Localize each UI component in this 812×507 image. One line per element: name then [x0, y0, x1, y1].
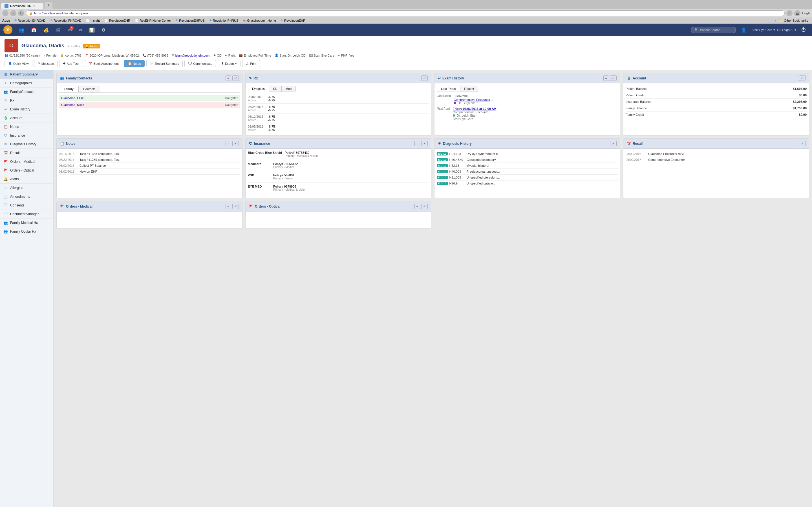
exam-last-next-tab[interactable]: Last / Next	[437, 86, 460, 92]
sidebar-item-family-contacts[interactable]: 👥 Family/Contacts	[0, 88, 53, 96]
user-settings-btn[interactable]: 👤	[738, 25, 749, 34]
export-btn[interactable]: ⬇ Export ▾	[218, 60, 241, 67]
user-account[interactable]: Leigh	[802, 11, 810, 15]
family-member-elise[interactable]: Glaucoma, Elise Daughter	[59, 95, 240, 101]
diagnosis-history-expand-btn[interactable]: ⤢	[610, 141, 617, 146]
refresh-btn[interactable]: ↻	[18, 10, 24, 16]
exam-history-expand-btn[interactable]: ⤢	[610, 75, 617, 81]
new-tab-btn[interactable]: +	[45, 2, 52, 9]
sidebar-item-orders-medical[interactable]: 🚩 Orders - Medical	[0, 158, 53, 166]
bookmark-revolutionehrus[interactable]: 👁 RevolutionEHRUS	[174, 18, 206, 23]
sidebar-item-orders-optical[interactable]: 🚩 Orders - Optical	[0, 166, 53, 175]
sidebar-item-allergies[interactable]: ⚠ Allergies	[0, 184, 53, 192]
last-exam-info-icon[interactable]: ℹ	[492, 98, 493, 101]
next-appt-date[interactable]: Friday 06/03/2016 at 10:00 AM	[453, 107, 497, 110]
rx-med-tab[interactable]: Med	[282, 86, 296, 92]
diag-code-0: H04.123	[449, 152, 465, 156]
patient-search-input[interactable]	[700, 28, 734, 32]
practice-selector[interactable]: Starr Eye Care ▾	[752, 28, 775, 32]
notes-add-btn[interactable]: +	[225, 141, 231, 146]
diag-desc-2: Myopia, bilateral	[467, 164, 489, 167]
bookmark-other[interactable]: 📁 Other Bookmarks	[777, 18, 810, 23]
exam-history-add-btn[interactable]: +	[603, 75, 609, 81]
notes-expand-btn[interactable]: ⤢	[232, 141, 239, 146]
address-bar[interactable]: 🔒 https://sandbox.revolutionehr.com/pms/	[26, 10, 784, 16]
family-contacts-expand-btn[interactable]: ⤢	[232, 75, 239, 81]
sidebar-item-alerts[interactable]: 🔔 Alerts	[0, 175, 53, 184]
messages-nav-btn[interactable]: ✉	[76, 25, 85, 34]
tab-close-btn[interactable]: ✕	[33, 4, 36, 8]
sidebar-item-notes[interactable]: 📋 Notes	[0, 122, 53, 131]
calendar-nav-btn[interactable]: 📅	[28, 25, 40, 34]
bookmark-grasshopper[interactable]: 🦗 Grasshopper - Home	[241, 18, 278, 23]
record-summary-btn[interactable]: 📄 Record Summary	[146, 60, 183, 67]
menu-btn[interactable]: ☰	[794, 10, 801, 16]
sidebar-item-diagnosis-history[interactable]: 👁 Diagnosis History	[0, 140, 53, 149]
active-tab[interactable]: RevolutionEHR ✕	[1, 3, 43, 9]
insurance-expand-btn[interactable]: ⤢	[421, 141, 428, 146]
recall-expand-btn[interactable]: ⤢	[799, 141, 806, 146]
orders-medical-expand-btn[interactable]: ⤢	[232, 204, 239, 209]
bookmark-icon-grasshopper: 🦗	[243, 19, 246, 22]
reports-nav-btn[interactable]: 📊	[86, 25, 98, 34]
bookmark-star-btn[interactable]: ☆	[786, 10, 793, 16]
communicate-btn[interactable]: 💬 Communicate	[185, 60, 216, 67]
note-text-3: New on EHR	[80, 170, 98, 173]
account-expand-btn[interactable]: ⤢	[799, 75, 806, 81]
sidebar-item-patient-summary[interactable]: ▦ Patient Summary	[0, 70, 53, 79]
power-btn[interactable]: ⏻	[799, 25, 809, 34]
more-bookmarks[interactable]: »	[774, 19, 776, 22]
rx-cl-tab[interactable]: CL	[269, 86, 282, 92]
orders-optical-expand-btn[interactable]: ⤢	[421, 204, 428, 209]
family-contacts-add-btn[interactable]: +	[225, 75, 231, 81]
rx-eyeglass-tab[interactable]: Eyeglass	[248, 86, 269, 92]
orders-medical-add-btn[interactable]: +	[225, 204, 231, 209]
orders-optical-add-btn[interactable]: +	[414, 204, 420, 209]
sidebar-item-demographics[interactable]: ℹ Demographics	[0, 79, 53, 88]
add-task-btn[interactable]: ✚ Add Task	[59, 60, 83, 67]
doctor-selector[interactable]: Dr. Leigh S. ▾	[777, 28, 796, 32]
contacts-tab[interactable]: Contacts	[79, 86, 100, 93]
sidebar-item-consents[interactable]: 📄 Consents	[0, 201, 53, 210]
settings-nav-btn[interactable]: ⚙	[99, 25, 108, 34]
apps-label[interactable]: Apps	[2, 19, 10, 22]
bookmark-revolutionphrus[interactable]: 👁 RevolutionPHRUS	[207, 18, 240, 23]
bookmark-revolutionphrcad[interactable]: 👁 RevolutionPHRCAD	[48, 18, 83, 23]
patients-nav-btn[interactable]: 👥	[16, 25, 27, 34]
sidebar-item-documents[interactable]: 📄 Documents/Images	[0, 210, 53, 219]
forward-btn[interactable]: ›	[10, 10, 16, 16]
print-btn[interactable]: 🖨 Print	[242, 60, 260, 67]
cart-nav-btn[interactable]: 🛒	[53, 25, 64, 34]
app-logo[interactable]: 👁	[3, 25, 12, 34]
bookmark-revehr-nerve[interactable]: 📄 RevEHR Nerve Center	[133, 18, 172, 23]
sidebar-item-family-ocular[interactable]: 👥 Family Ocular Hx	[0, 227, 53, 236]
sidebar-item-family-medical[interactable]: 👥 Family Medical Hx	[0, 219, 53, 227]
sidebar-item-rx[interactable]: ✎ Rx	[0, 96, 53, 105]
bookmark-revolutionehr[interactable]: 📄 RevolutionEHR	[103, 18, 132, 23]
sidebar-item-insurance[interactable]: 🛡 Insurance	[0, 131, 53, 140]
sidebar-item-exam-history[interactable]: ↩ Exam History	[0, 105, 53, 114]
bookmark-revolutionehr2[interactable]: 👁 RevolutionEHR	[279, 18, 307, 23]
bookmark-insight[interactable]: 📄 Insight	[84, 18, 101, 23]
sidebar-item-account[interactable]: 💲 Account	[0, 114, 53, 122]
patient-email[interactable]: ✉ lstarr@revolutionehr.com	[172, 54, 209, 57]
patient-search-box[interactable]: 🔍	[691, 27, 736, 33]
insurance-add-btn[interactable]: +	[414, 141, 420, 146]
diag-desc-1: Glaucoma secondary ...	[467, 158, 499, 161]
billing-nav-btn[interactable]: 💰	[41, 25, 52, 34]
message-btn[interactable]: ✉ Message	[34, 60, 58, 67]
sidebar-item-recall[interactable]: 📅 Recall	[0, 149, 53, 158]
last-exam-encounter-link[interactable]: Comprehensive Encounter	[454, 98, 490, 101]
rx-expand-btn[interactable]: ⤢	[421, 75, 428, 81]
family-tab[interactable]: Family	[59, 86, 79, 93]
sidebar-item-amendments[interactable]: 📄 Amendments	[0, 192, 53, 201]
book-appointment-btn[interactable]: 📅 Book Appointment	[85, 60, 122, 67]
notes-btn[interactable]: 📋 Notes	[124, 60, 145, 67]
tasks-nav-btn[interactable]: ✉ 5	[65, 25, 75, 34]
back-btn[interactable]: ‹	[2, 10, 8, 16]
family-member-millie[interactable]: Glaucoma, Millie Daughter	[59, 102, 240, 108]
alert-badge[interactable]: 🔔 Alerts	[83, 44, 100, 48]
quick-view-btn[interactable]: 👤 Quick View	[4, 60, 33, 67]
bookmark-revolutionehrcad[interactable]: 👁 RevolutionEHRCAD	[12, 18, 47, 23]
exam-recent-tab[interactable]: Recent	[460, 86, 478, 92]
